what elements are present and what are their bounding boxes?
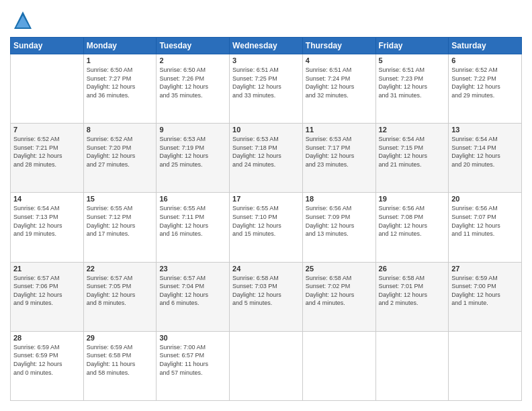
- calendar-cell: 20Sunrise: 6:56 AM Sunset: 7:07 PM Dayli…: [449, 193, 522, 262]
- day-info: Sunrise: 7:00 AM Sunset: 6:57 PM Dayligh…: [159, 343, 226, 377]
- calendar-cell: 5Sunrise: 6:51 AM Sunset: 7:23 PM Daylig…: [375, 54, 449, 124]
- day-info: Sunrise: 6:59 AM Sunset: 6:58 PM Dayligh…: [87, 343, 154, 377]
- calendar-cell: 3Sunrise: 6:51 AM Sunset: 7:25 PM Daylig…: [230, 54, 303, 124]
- day-info: Sunrise: 6:51 AM Sunset: 7:25 PM Dayligh…: [232, 66, 300, 99]
- calendar-cell: 26Sunrise: 6:58 AM Sunset: 7:01 PM Dayli…: [375, 262, 449, 331]
- calendar-cell: 7Sunrise: 6:52 AM Sunset: 7:21 PM Daylig…: [11, 124, 84, 193]
- day-info: Sunrise: 6:56 AM Sunset: 7:07 PM Dayligh…: [451, 204, 519, 238]
- calendar-cell: 6Sunrise: 6:52 AM Sunset: 7:22 PM Daylig…: [449, 54, 522, 124]
- calendar-cell: 1Sunrise: 6:50 AM Sunset: 7:27 PM Daylig…: [83, 54, 157, 124]
- day-number: 28: [13, 334, 81, 342]
- day-number: 17: [232, 195, 300, 203]
- day-number: 29: [87, 334, 154, 342]
- calendar-cell: 22Sunrise: 6:57 AM Sunset: 7:05 PM Dayli…: [83, 262, 157, 331]
- page: SundayMondayTuesdayWednesdayThursdayFrid…: [0, 0, 532, 411]
- calendar-cell: [449, 331, 522, 400]
- day-number: 9: [159, 126, 226, 134]
- day-info: Sunrise: 6:57 AM Sunset: 7:05 PM Dayligh…: [87, 274, 154, 308]
- day-number: 21: [13, 265, 81, 273]
- calendar-cell: 21Sunrise: 6:57 AM Sunset: 7:06 PM Dayli…: [11, 262, 84, 331]
- calendar-cell: 14Sunrise: 6:54 AM Sunset: 7:13 PM Dayli…: [11, 193, 84, 262]
- calendar-cell: 9Sunrise: 6:53 AM Sunset: 7:19 PM Daylig…: [157, 124, 230, 193]
- calendar-week-2: 7Sunrise: 6:52 AM Sunset: 7:21 PM Daylig…: [11, 124, 522, 193]
- calendar-header-friday: Friday: [375, 38, 449, 54]
- day-number: 15: [87, 195, 154, 203]
- day-info: Sunrise: 6:53 AM Sunset: 7:19 PM Dayligh…: [159, 135, 226, 169]
- calendar-cell: 4Sunrise: 6:51 AM Sunset: 7:24 PM Daylig…: [302, 54, 375, 124]
- day-number: 20: [451, 195, 519, 203]
- day-number: 18: [306, 195, 373, 203]
- calendar-header-sunday: Sunday: [11, 38, 84, 54]
- day-info: Sunrise: 6:53 AM Sunset: 7:17 PM Dayligh…: [306, 135, 373, 169]
- calendar-header-wednesday: Wednesday: [230, 38, 303, 54]
- day-number: 25: [306, 265, 373, 273]
- day-number: 3: [232, 56, 300, 64]
- day-info: Sunrise: 6:54 AM Sunset: 7:14 PM Dayligh…: [451, 135, 519, 169]
- calendar-cell: [11, 54, 84, 124]
- day-info: Sunrise: 6:59 AM Sunset: 6:59 PM Dayligh…: [13, 343, 81, 377]
- day-number: 19: [379, 195, 446, 203]
- calendar-cell: 24Sunrise: 6:58 AM Sunset: 7:03 PM Dayli…: [230, 262, 303, 331]
- day-number: 14: [13, 195, 81, 203]
- day-number: 30: [159, 334, 226, 342]
- day-info: Sunrise: 6:52 AM Sunset: 7:21 PM Dayligh…: [13, 135, 81, 169]
- day-info: Sunrise: 6:58 AM Sunset: 7:01 PM Dayligh…: [379, 274, 446, 308]
- day-number: 16: [159, 195, 226, 203]
- calendar-cell: 29Sunrise: 6:59 AM Sunset: 6:58 PM Dayli…: [83, 331, 157, 400]
- calendar-cell: 10Sunrise: 6:53 AM Sunset: 7:18 PM Dayli…: [230, 124, 303, 193]
- day-number: 13: [451, 126, 519, 134]
- day-number: 11: [306, 126, 373, 134]
- calendar-week-5: 28Sunrise: 6:59 AM Sunset: 6:59 PM Dayli…: [11, 331, 522, 400]
- calendar-cell: 23Sunrise: 6:57 AM Sunset: 7:04 PM Dayli…: [157, 262, 230, 331]
- calendar-week-4: 21Sunrise: 6:57 AM Sunset: 7:06 PM Dayli…: [11, 262, 522, 331]
- calendar-header-monday: Monday: [83, 38, 157, 54]
- calendar-cell: 11Sunrise: 6:53 AM Sunset: 7:17 PM Dayli…: [302, 124, 375, 193]
- day-number: 6: [451, 56, 519, 64]
- calendar-cell: [375, 331, 449, 400]
- logo: [10, 10, 33, 30]
- day-info: Sunrise: 6:57 AM Sunset: 7:04 PM Dayligh…: [159, 274, 226, 308]
- day-info: Sunrise: 6:52 AM Sunset: 7:22 PM Dayligh…: [451, 66, 519, 99]
- calendar-cell: 28Sunrise: 6:59 AM Sunset: 6:59 PM Dayli…: [11, 331, 84, 400]
- calendar-cell: [302, 331, 375, 400]
- day-info: Sunrise: 6:55 AM Sunset: 7:10 PM Dayligh…: [232, 204, 300, 238]
- day-info: Sunrise: 6:55 AM Sunset: 7:12 PM Dayligh…: [87, 204, 154, 238]
- calendar-cell: 13Sunrise: 6:54 AM Sunset: 7:14 PM Dayli…: [449, 124, 522, 193]
- calendar-cell: 16Sunrise: 6:55 AM Sunset: 7:11 PM Dayli…: [157, 193, 230, 262]
- calendar-header-saturday: Saturday: [449, 38, 522, 54]
- day-number: 23: [159, 265, 226, 273]
- day-number: 8: [87, 126, 154, 134]
- day-info: Sunrise: 6:54 AM Sunset: 7:13 PM Dayligh…: [13, 204, 81, 238]
- day-info: Sunrise: 6:52 AM Sunset: 7:20 PM Dayligh…: [87, 135, 154, 169]
- day-info: Sunrise: 6:56 AM Sunset: 7:09 PM Dayligh…: [306, 204, 373, 238]
- calendar-cell: 2Sunrise: 6:50 AM Sunset: 7:26 PM Daylig…: [157, 54, 230, 124]
- calendar-cell: [230, 331, 303, 400]
- day-info: Sunrise: 6:56 AM Sunset: 7:08 PM Dayligh…: [379, 204, 446, 238]
- day-number: 5: [379, 56, 446, 64]
- day-info: Sunrise: 6:55 AM Sunset: 7:11 PM Dayligh…: [159, 204, 226, 238]
- calendar-cell: 30Sunrise: 7:00 AM Sunset: 6:57 PM Dayli…: [157, 331, 230, 400]
- day-number: 22: [87, 265, 154, 273]
- calendar-header-tuesday: Tuesday: [157, 38, 230, 54]
- calendar-week-3: 14Sunrise: 6:54 AM Sunset: 7:13 PM Dayli…: [11, 193, 522, 262]
- calendar-cell: 27Sunrise: 6:59 AM Sunset: 7:00 PM Dayli…: [449, 262, 522, 331]
- day-number: 12: [379, 126, 446, 134]
- day-info: Sunrise: 6:51 AM Sunset: 7:23 PM Dayligh…: [379, 66, 446, 99]
- header: [10, 10, 522, 30]
- day-info: Sunrise: 6:53 AM Sunset: 7:18 PM Dayligh…: [232, 135, 300, 169]
- day-number: 24: [232, 265, 300, 273]
- day-info: Sunrise: 6:58 AM Sunset: 7:02 PM Dayligh…: [306, 274, 373, 308]
- logo-icon: [13, 10, 33, 30]
- day-info: Sunrise: 6:59 AM Sunset: 7:00 PM Dayligh…: [451, 274, 519, 308]
- day-info: Sunrise: 6:58 AM Sunset: 7:03 PM Dayligh…: [232, 274, 300, 308]
- calendar-table: SundayMondayTuesdayWednesdayThursdayFrid…: [10, 37, 522, 401]
- day-info: Sunrise: 6:57 AM Sunset: 7:06 PM Dayligh…: [13, 274, 81, 308]
- day-number: 10: [232, 126, 300, 134]
- calendar-cell: 12Sunrise: 6:54 AM Sunset: 7:15 PM Dayli…: [375, 124, 449, 193]
- calendar-cell: 18Sunrise: 6:56 AM Sunset: 7:09 PM Dayli…: [302, 193, 375, 262]
- calendar-week-1: 1Sunrise: 6:50 AM Sunset: 7:27 PM Daylig…: [11, 54, 522, 124]
- calendar-header-thursday: Thursday: [302, 38, 375, 54]
- calendar-cell: 19Sunrise: 6:56 AM Sunset: 7:08 PM Dayli…: [375, 193, 449, 262]
- day-number: 26: [379, 265, 446, 273]
- day-number: 7: [13, 126, 81, 134]
